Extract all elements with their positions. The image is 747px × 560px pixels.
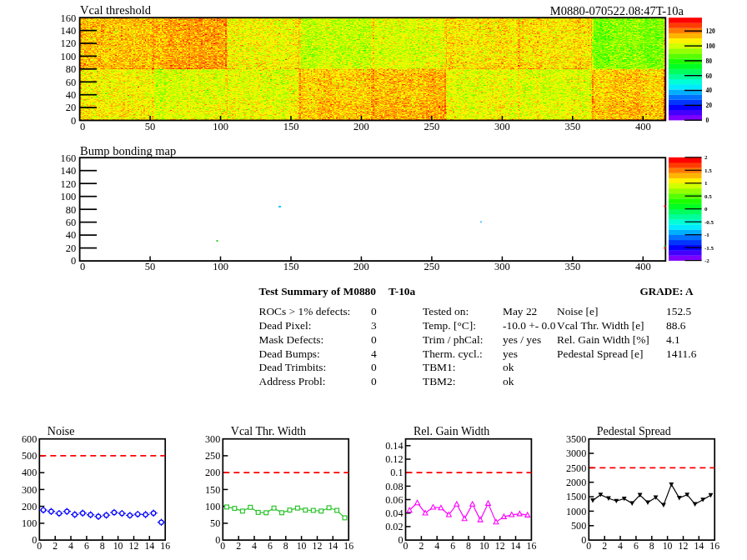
svg-text:10: 10 — [297, 540, 307, 552]
svg-text:ok: ok — [503, 361, 514, 373]
svg-text:Pedestal Spread: Pedestal Spread — [597, 425, 671, 438]
svg-text:0.1: 0.1 — [390, 467, 403, 478]
svg-text:14: 14 — [144, 540, 154, 552]
svg-text:4: 4 — [618, 540, 623, 552]
svg-text:8: 8 — [466, 540, 471, 552]
svg-text:Noise [e]: Noise [e] — [557, 305, 598, 318]
svg-text:250: 250 — [424, 261, 440, 272]
svg-text:0: 0 — [71, 115, 76, 127]
svg-text:2: 2 — [704, 154, 708, 161]
svg-text:140: 140 — [61, 25, 77, 37]
svg-text:Vcal Thr. Width: Vcal Thr. Width — [231, 425, 306, 438]
svg-text:TBM2:: TBM2: — [423, 375, 455, 388]
svg-text:0: 0 — [404, 540, 409, 552]
svg-text:Tested on:: Tested on: — [423, 305, 469, 318]
svg-text:200: 200 — [353, 261, 369, 272]
svg-text:10: 10 — [479, 540, 489, 552]
svg-text:Rel. Gain Width [%]: Rel. Gain Width [%] — [557, 333, 649, 346]
svg-text:Address Probl:: Address Probl: — [259, 375, 326, 388]
svg-text:yes: yes — [503, 348, 518, 360]
svg-text:Dead Trimbits:: Dead Trimbits: — [259, 361, 327, 373]
svg-text:ok: ok — [503, 375, 514, 388]
svg-text:8: 8 — [649, 540, 654, 552]
svg-text:ROCs > 1% defects:: ROCs > 1% defects: — [259, 305, 351, 318]
svg-text:0: 0 — [80, 121, 85, 132]
svg-text:Therm. cycl.:: Therm. cycl.: — [423, 348, 483, 360]
svg-text:6: 6 — [268, 540, 273, 552]
svg-text:TBM1:: TBM1: — [423, 361, 455, 373]
svg-text:150: 150 — [283, 261, 299, 272]
svg-text:6: 6 — [634, 540, 639, 552]
svg-text:100: 100 — [706, 42, 716, 50]
svg-text:-1.5: -1.5 — [704, 245, 714, 252]
svg-text:0: 0 — [371, 305, 377, 318]
svg-text:50: 50 — [210, 518, 220, 529]
svg-text:4: 4 — [371, 348, 377, 360]
svg-text:14: 14 — [328, 540, 338, 552]
svg-text:14: 14 — [694, 540, 704, 552]
svg-text:80: 80 — [706, 58, 713, 65]
svg-text:100: 100 — [205, 501, 220, 512]
svg-text:152.5: 152.5 — [666, 305, 691, 318]
svg-text:350: 350 — [564, 121, 580, 132]
svg-text:-0.5: -0.5 — [704, 219, 714, 226]
svg-text:GRADE:: GRADE: — [640, 285, 684, 298]
svg-text:500: 500 — [22, 450, 37, 462]
svg-text:200: 200 — [205, 467, 220, 478]
svg-text:40: 40 — [706, 87, 713, 94]
svg-text:3000: 3000 — [566, 448, 586, 459]
svg-text:300: 300 — [494, 121, 510, 132]
svg-text:Dead Pixel:: Dead Pixel: — [259, 319, 312, 332]
svg-text:0.02: 0.02 — [385, 521, 403, 532]
svg-text:Vcal Thr. Width [e]: Vcal Thr. Width [e] — [557, 319, 644, 332]
svg-text:12: 12 — [679, 540, 689, 552]
svg-text:A: A — [685, 285, 694, 298]
svg-text:14: 14 — [511, 540, 521, 552]
svg-text:120: 120 — [61, 178, 77, 190]
svg-text:300: 300 — [22, 484, 37, 496]
svg-text:0: 0 — [371, 375, 377, 388]
svg-text:0: 0 — [220, 540, 225, 552]
svg-text:M0880-070522.08:47T-10a: M0880-070522.08:47T-10a — [550, 4, 684, 18]
svg-text:Vcal threshold: Vcal threshold — [80, 3, 152, 17]
svg-text:10: 10 — [113, 540, 123, 552]
svg-text:16: 16 — [343, 540, 353, 552]
svg-text:400: 400 — [22, 467, 37, 478]
svg-text:Temp. [°C]:: Temp. [°C]: — [423, 319, 476, 332]
svg-text:6: 6 — [450, 540, 455, 552]
svg-text:150: 150 — [205, 484, 220, 496]
svg-text:12: 12 — [495, 540, 505, 552]
svg-text:2: 2 — [602, 540, 607, 552]
svg-text:300: 300 — [205, 433, 220, 445]
svg-text:100: 100 — [61, 51, 77, 62]
svg-text:350: 350 — [564, 261, 580, 272]
svg-text:1500: 1500 — [566, 491, 586, 502]
svg-text:4.1: 4.1 — [666, 333, 680, 346]
svg-text:16: 16 — [160, 540, 170, 552]
svg-text:50: 50 — [145, 121, 156, 132]
svg-text:4: 4 — [252, 540, 257, 552]
svg-text:0.06: 0.06 — [385, 494, 403, 506]
svg-text:250: 250 — [424, 121, 440, 132]
svg-text:250: 250 — [205, 450, 220, 462]
svg-text:200: 200 — [353, 121, 369, 132]
svg-text:-10.0 +- 0.0: -10.0 +- 0.0 — [503, 319, 556, 332]
svg-text:1.5: 1.5 — [704, 168, 712, 174]
svg-text:300: 300 — [494, 261, 510, 272]
svg-text:0.14: 0.14 — [385, 440, 403, 452]
svg-text:0: 0 — [586, 540, 591, 552]
svg-text:140: 140 — [61, 165, 77, 177]
svg-text:2500: 2500 — [566, 462, 586, 474]
svg-text:3500: 3500 — [566, 433, 586, 445]
svg-text:2: 2 — [236, 540, 241, 552]
svg-text:80: 80 — [66, 204, 77, 216]
svg-text:160: 160 — [61, 152, 77, 164]
svg-text:Bump bonding map: Bump bonding map — [80, 144, 176, 158]
svg-text:0: 0 — [371, 333, 377, 346]
svg-text:Pedestal Spread [e]: Pedestal Spread [e] — [557, 348, 643, 360]
svg-text:80: 80 — [66, 63, 77, 75]
svg-text:120: 120 — [61, 38, 77, 49]
svg-text:Noise: Noise — [48, 425, 75, 438]
svg-text:500: 500 — [571, 520, 586, 532]
svg-text:May 22: May 22 — [503, 305, 537, 318]
